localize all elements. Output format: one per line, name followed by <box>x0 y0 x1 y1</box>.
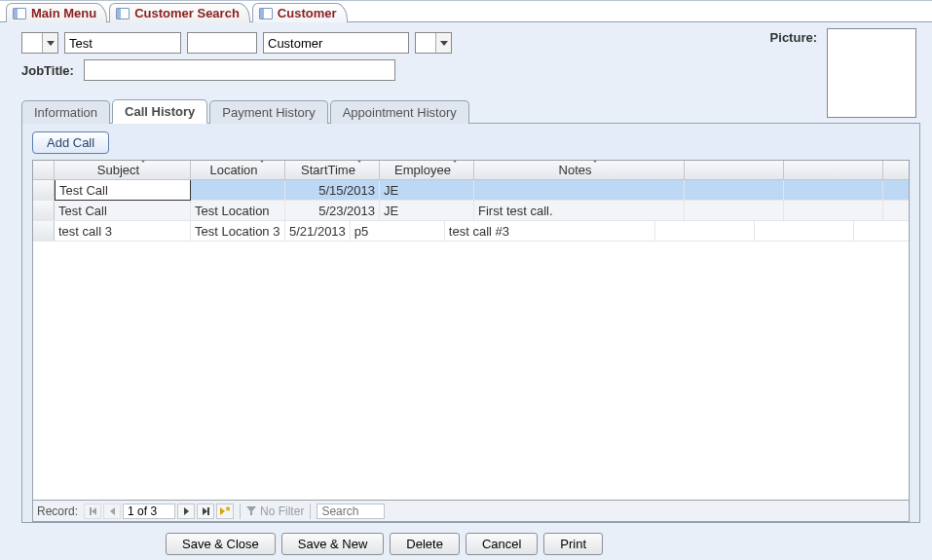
record-position-box[interactable] <box>123 504 175 519</box>
cell-starttime[interactable]: 5/21/2013 <box>285 221 351 241</box>
calls-grid: Subject Location StartTime Employee <box>32 160 910 522</box>
object-tabs: Main Menu Customer Search Customer <box>0 1 932 22</box>
dropdown-button[interactable] <box>42 33 57 53</box>
form-icon <box>116 8 130 19</box>
cancel-button[interactable]: Cancel <box>466 533 538 555</box>
col-blank[interactable] <box>685 161 784 179</box>
col-subject[interactable]: Subject <box>55 161 191 179</box>
separator <box>310 504 311 519</box>
button-label: Print <box>560 537 586 551</box>
cell-employee[interactable]: JE <box>380 180 474 200</box>
nav-next-button[interactable] <box>177 504 195 519</box>
delete-button[interactable]: Delete <box>390 533 460 555</box>
tab-page-call-history: Add Call Subject Location StartTime <box>21 124 920 523</box>
record-navigator: Record: * No Filter <box>33 500 909 521</box>
title-combo[interactable] <box>21 32 58 54</box>
nav-first-button[interactable] <box>84 504 101 519</box>
sort-icon[interactable] <box>258 163 266 177</box>
form-header: JobTitle: Picture: <box>0 22 932 81</box>
row-selector-header[interactable] <box>33 161 55 179</box>
add-call-button[interactable]: Add Call <box>32 131 109 154</box>
cell-subject[interactable]: Test Call <box>55 180 191 201</box>
tab-information[interactable]: Information <box>21 100 110 124</box>
suffix-input[interactable] <box>416 33 435 53</box>
cell-employee[interactable]: p5 <box>351 221 445 241</box>
nav-prev-button[interactable] <box>103 504 121 519</box>
chevron-down-icon <box>47 41 55 46</box>
sort-icon[interactable] <box>451 163 459 177</box>
tab-label: Information <box>34 105 97 120</box>
cell-subject[interactable]: test call 3 <box>55 221 191 241</box>
jobtitle-label: JobTitle: <box>21 63 74 78</box>
row-selector[interactable] <box>33 221 55 241</box>
sort-icon[interactable] <box>355 163 363 177</box>
cell-employee[interactable]: JE <box>380 201 474 220</box>
dropdown-button[interactable] <box>435 33 451 53</box>
bar-icon <box>207 507 209 515</box>
table-row[interactable]: Test Call 5/15/2013 JE <box>33 180 909 201</box>
save-close-button[interactable]: Save & Close <box>166 533 276 555</box>
footer-button-bar: Save & Close Save & New Delete Cancel Pr… <box>0 523 932 555</box>
col-label: Location <box>209 163 257 177</box>
tab-call-history[interactable]: Call History <box>112 99 207 124</box>
triangle-left-icon <box>92 507 96 515</box>
cell-notes[interactable] <box>474 180 685 200</box>
filter-indicator[interactable]: No Filter <box>246 504 304 518</box>
tab-customer-search[interactable]: Customer Search <box>109 3 250 22</box>
cell-blank[interactable] <box>784 201 883 220</box>
col-notes[interactable]: Notes <box>474 161 685 179</box>
sort-icon[interactable] <box>139 163 147 177</box>
cell-blank[interactable] <box>655 221 755 241</box>
col-blank[interactable] <box>784 161 883 179</box>
col-label: Notes <box>559 163 592 177</box>
cell-notes[interactable]: First test call. <box>474 201 685 220</box>
title-input[interactable] <box>22 33 42 53</box>
jobtitle-input[interactable] <box>84 59 395 81</box>
tab-label: Main Menu <box>31 6 96 20</box>
button-label: Save & New <box>298 537 368 551</box>
sort-icon[interactable] <box>591 163 599 177</box>
picture-block: Picture: <box>770 28 916 118</box>
table-row[interactable]: test call 3 Test Location 3 5/21/2013 p5… <box>33 221 909 242</box>
suffix-combo[interactable] <box>415 32 452 54</box>
tab-main-menu[interactable]: Main Menu <box>6 3 107 22</box>
nav-last-button[interactable] <box>197 504 214 519</box>
cell-location[interactable] <box>191 180 285 200</box>
cell-subject[interactable]: Test Call <box>55 201 191 220</box>
tab-payment-history[interactable]: Payment History <box>209 100 327 124</box>
tab-label: Call History <box>125 104 195 119</box>
button-label: Add Call <box>47 135 94 150</box>
cell-blank[interactable] <box>685 201 784 220</box>
row-selector[interactable] <box>33 180 55 200</box>
cell-location[interactable]: Test Location 3 <box>191 221 285 241</box>
last-name-input[interactable] <box>263 32 409 54</box>
cell-blank[interactable] <box>685 180 784 200</box>
col-employee[interactable]: Employee <box>380 161 474 179</box>
row-selector[interactable] <box>33 201 55 220</box>
tab-customer[interactable]: Customer <box>252 3 348 22</box>
first-name-input[interactable] <box>64 32 181 54</box>
button-label: Delete <box>406 537 443 551</box>
save-new-button[interactable]: Save & New <box>281 533 385 555</box>
middle-name-input[interactable] <box>187 32 257 54</box>
cell-starttime[interactable]: 5/23/2013 <box>285 201 380 220</box>
grid-body[interactable]: Test Call 5/15/2013 JE Test Call Test Lo… <box>33 180 909 500</box>
print-button[interactable]: Print <box>543 533 603 555</box>
tab-appointment-history[interactable]: Appointment History <box>330 100 469 124</box>
cell-location[interactable]: Test Location <box>191 201 285 220</box>
cell-notes[interactable]: test call #3 <box>445 221 655 241</box>
table-row[interactable]: Test Call Test Location 5/23/2013 JE Fir… <box>33 201 909 221</box>
form-icon <box>259 8 273 19</box>
col-starttime[interactable]: StartTime <box>285 161 380 179</box>
record-label: Record: <box>37 504 78 518</box>
picture-frame[interactable] <box>827 28 916 118</box>
record-search-box[interactable] <box>317 504 385 519</box>
cell-blank[interactable] <box>755 221 854 241</box>
cell-blank[interactable] <box>784 180 883 200</box>
chevron-down-icon <box>591 160 599 177</box>
cell-starttime[interactable]: 5/15/2013 <box>285 180 380 200</box>
nav-new-button[interactable]: * <box>216 504 234 519</box>
col-label: StartTime <box>301 163 355 177</box>
picture-label: Picture: <box>770 28 817 45</box>
col-location[interactable]: Location <box>191 161 285 179</box>
